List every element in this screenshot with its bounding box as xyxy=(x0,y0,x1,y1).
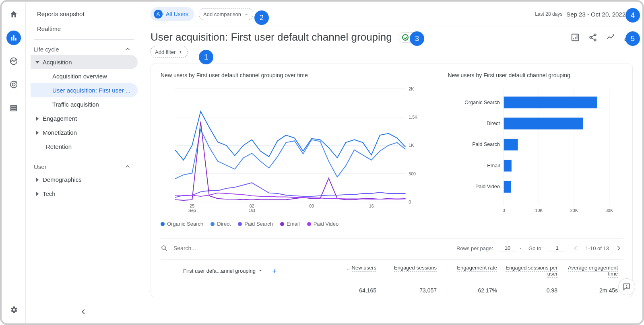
line-chart-svg: 05001K1.5K2K25Sep02Oct0916 xyxy=(161,85,431,218)
configure-icon[interactable] xyxy=(6,101,21,115)
report-card: New users by First user default channel … xyxy=(151,64,633,297)
col-avg-engagement-time[interactable]: Average engagement time xyxy=(562,265,623,277)
date-range-picker[interactable]: Sep 23 - Oct 20, 2022 xyxy=(566,11,633,18)
nav-demographics[interactable]: Demographics xyxy=(31,173,138,187)
svg-point-47 xyxy=(162,246,165,249)
collapse-sidebar-icon[interactable] xyxy=(79,307,88,316)
page-prev-button[interactable] xyxy=(572,244,580,252)
segment-all-users[interactable]: A All Users xyxy=(151,7,194,21)
primary-dimension-dropdown[interactable]: First user defa...annel grouping xyxy=(183,268,263,274)
svg-text:Organic Search: Organic Search xyxy=(465,100,500,105)
svg-text:0: 0 xyxy=(503,208,505,213)
check-circle-icon xyxy=(402,34,409,41)
legend-item[interactable]: Paid Search xyxy=(238,221,273,227)
report-nav: Reports snapshot Realtime Life cycle Acq… xyxy=(26,2,141,323)
svg-text:1.5K: 1.5K xyxy=(409,115,417,119)
svg-rect-2 xyxy=(15,38,16,41)
add-dimension-button[interactable]: ＋ xyxy=(271,266,278,276)
legend-item[interactable]: Email xyxy=(280,221,300,227)
svg-rect-45 xyxy=(504,181,511,193)
svg-text:25: 25 xyxy=(190,204,194,208)
nav-acquisition-overview[interactable]: Acquisition overview xyxy=(31,69,138,83)
filterbar: Add filter ＋ xyxy=(141,46,642,64)
date-preset-label: Last 28 days xyxy=(535,11,562,17)
svg-text:Email: Email xyxy=(487,163,500,169)
coach-badge-1: 1 xyxy=(199,50,213,64)
svg-text:1K: 1K xyxy=(409,143,414,148)
line-chart: New users by First user default channel … xyxy=(161,72,431,227)
rows-per-page-select[interactable]: 10 xyxy=(499,245,523,251)
svg-rect-43 xyxy=(504,160,512,171)
svg-point-11 xyxy=(590,36,592,38)
svg-text:20K: 20K xyxy=(570,208,578,213)
home-icon[interactable] xyxy=(6,7,21,22)
add-comparison-button[interactable]: Add comparison ＋ xyxy=(199,8,253,20)
bar-chart-title: New users by First user default channel … xyxy=(448,72,623,78)
chart-legend: Organic SearchDirectPaid SearchEmailPaid… xyxy=(161,221,431,227)
rows-per-page-label: Rows per page: xyxy=(456,245,493,251)
insights-icon[interactable] xyxy=(571,33,580,42)
legend-item[interactable]: Direct xyxy=(211,221,231,227)
coach-badge-3: 3 xyxy=(410,31,424,46)
svg-text:30K: 30K xyxy=(606,208,613,213)
topbar: A All Users Add comparison ＋ Last 28 day… xyxy=(141,2,642,25)
svg-rect-41 xyxy=(504,139,518,150)
feedback-button[interactable] xyxy=(618,278,635,295)
table-header: First user defa...annel grouping ＋ ↓New … xyxy=(161,259,623,277)
table-search-input[interactable] xyxy=(173,245,262,251)
svg-text:Oct: Oct xyxy=(248,208,255,213)
nav-retention[interactable]: Retention xyxy=(31,140,138,154)
table-totals-row: 64,165 73,057 62.17% 0.98 2m 45s xyxy=(161,287,623,294)
caret-right-icon xyxy=(36,131,39,135)
legend-item[interactable]: Paid Video xyxy=(307,221,339,227)
svg-text:02: 02 xyxy=(250,204,254,208)
nav-user-acquisition[interactable]: User acquisition: First user ... xyxy=(31,83,138,97)
nav-acquisition[interactable]: Acquisition xyxy=(31,55,138,69)
svg-point-12 xyxy=(594,39,596,41)
svg-text:09: 09 xyxy=(309,204,314,208)
nav-group-lifecycle[interactable]: Life cycle xyxy=(31,40,138,55)
bar-chart-svg: 010K20K30KOrganic SearchDirectPaid Searc… xyxy=(448,85,623,218)
settings-icon[interactable] xyxy=(6,302,21,317)
goto-label: Go to: xyxy=(528,245,543,251)
nav-engagement[interactable]: Engagement xyxy=(31,111,138,125)
nav-monetization[interactable]: Monetization xyxy=(31,125,138,140)
svg-point-50 xyxy=(626,287,627,288)
nav-realtime[interactable]: Realtime xyxy=(31,21,138,36)
plus-icon: ＋ xyxy=(178,48,183,56)
svg-rect-37 xyxy=(504,97,597,108)
svg-text:16: 16 xyxy=(369,204,374,208)
svg-rect-8 xyxy=(10,109,17,111)
nav-group-user[interactable]: User xyxy=(31,157,138,173)
svg-line-48 xyxy=(165,249,167,251)
page-info: 1-10 of 13 xyxy=(585,245,609,251)
col-engagement-rate[interactable]: Engagement rate xyxy=(442,265,502,277)
nav-reports-snapshot[interactable]: Reports snapshot xyxy=(31,6,138,21)
insights-sparkle-icon[interactable] xyxy=(606,33,615,42)
nav-tech[interactable]: Tech xyxy=(31,187,138,201)
svg-text:Direct: Direct xyxy=(487,121,500,126)
svg-point-10 xyxy=(594,34,596,36)
advertising-icon[interactable] xyxy=(6,77,21,92)
legend-item[interactable]: Organic Search xyxy=(161,221,203,227)
search-icon xyxy=(161,245,168,252)
nav-traffic-acquisition[interactable]: Traffic acquisition xyxy=(31,97,138,111)
main-content: A All Users Add comparison ＋ Last 28 day… xyxy=(141,2,642,323)
left-rail xyxy=(2,2,26,323)
goto-input[interactable] xyxy=(548,245,566,251)
col-engaged-sessions[interactable]: Engaged sessions xyxy=(381,265,442,277)
col-engaged-sessions-per-user[interactable]: Engaged sessions per user xyxy=(502,265,562,277)
col-new-users[interactable]: ↓New users xyxy=(321,265,381,277)
page-next-button[interactable] xyxy=(615,244,623,252)
reports-icon[interactable] xyxy=(6,31,21,45)
caret-right-icon xyxy=(36,178,39,182)
caret-down-icon xyxy=(35,61,39,64)
caret-down-icon xyxy=(258,268,263,273)
share-icon[interactable] xyxy=(588,33,597,42)
add-filter-button[interactable]: Add filter ＋ xyxy=(151,46,188,58)
segment-badge: A xyxy=(154,10,163,19)
explore-icon[interactable] xyxy=(6,54,21,68)
svg-text:Paid Video: Paid Video xyxy=(476,184,500,189)
caret-right-icon xyxy=(36,192,39,196)
svg-rect-6 xyxy=(10,105,17,107)
